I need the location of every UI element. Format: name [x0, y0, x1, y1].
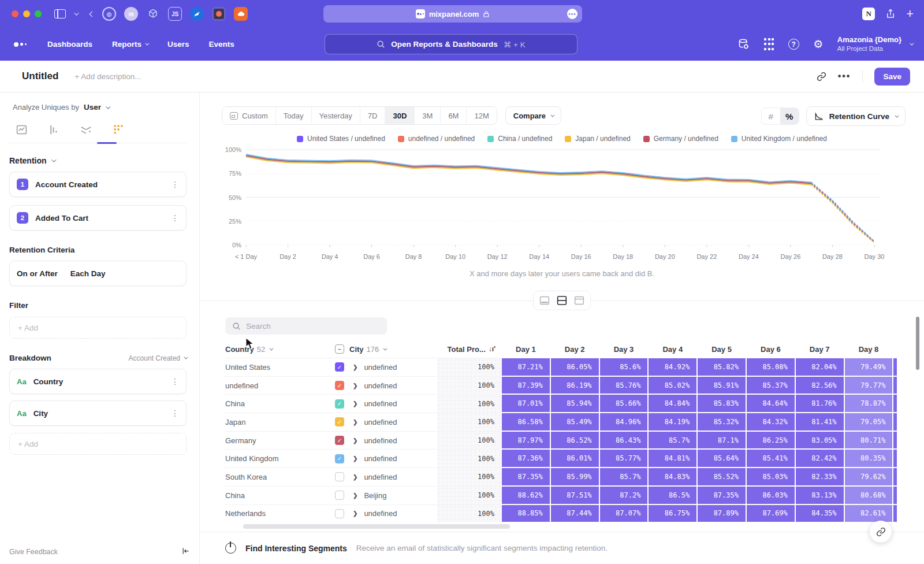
breakdown-options-icon[interactable]: ⋮: [171, 377, 179, 385]
country-cell[interactable]: United States: [225, 358, 335, 376]
view-split-toggle[interactable]: [555, 294, 569, 307]
back-icon[interactable]: [90, 11, 95, 17]
range-30d[interactable]: 30D: [385, 107, 415, 124]
country-cell[interactable]: China: [225, 394, 335, 413]
table-search-input[interactable]: Search: [225, 317, 387, 335]
series-checkbox-checked[interactable]: ✓: [335, 417, 344, 426]
city-cell[interactable]: undefined: [364, 509, 397, 518]
extension-icon-bird[interactable]: [190, 7, 204, 21]
global-search[interactable]: Open Reports & Dashboards ⌘ + K: [325, 34, 578, 54]
country-cell[interactable]: South Korea: [225, 467, 335, 486]
country-cell[interactable]: Germany: [225, 431, 335, 450]
range-7d[interactable]: 7D: [360, 107, 386, 124]
mixpanel-logo[interactable]: [14, 42, 27, 47]
city-select-all-checkbox[interactable]: –: [335, 344, 344, 354]
city-cell[interactable]: undefined: [364, 363, 397, 372]
extension-icon-js[interactable]: JS: [168, 7, 182, 21]
range-custom[interactable]: Custom: [222, 107, 276, 124]
legend-item[interactable]: undefined / undefined: [398, 135, 475, 143]
report-title[interactable]: Untitled: [22, 70, 58, 82]
city-cell[interactable]: undefined: [364, 473, 397, 481]
total-column-header[interactable]: Total Pro...↓ı': [437, 340, 501, 358]
criteria-each-day[interactable]: Each Day: [70, 269, 106, 278]
analyze-value[interactable]: User: [84, 103, 101, 112]
range-3m[interactable]: 3M: [415, 107, 441, 124]
criteria-card[interactable]: On or After Each Day: [9, 261, 187, 286]
event-options-icon[interactable]: ⋮: [171, 214, 179, 222]
legend-item[interactable]: China / undefined: [487, 135, 552, 143]
day-column-header[interactable]: Day 6: [746, 340, 795, 358]
retention-chart[interactable]: 100%75%50%25%0%< 1 DayDay 2Day 4Day 6Day…: [221, 145, 924, 266]
nav-users[interactable]: Users: [167, 40, 189, 49]
city-cell[interactable]: undefined: [364, 436, 397, 445]
project-selector[interactable]: Amazonia {Demo} All Project Data: [837, 35, 912, 53]
city-column-header[interactable]: – City176: [335, 340, 437, 358]
expand-row-icon[interactable]: ❯: [353, 383, 357, 389]
compare-button[interactable]: Compare: [505, 106, 561, 125]
help-icon[interactable]: ?: [788, 39, 799, 50]
extension-icon-m[interactable]: m: [124, 7, 138, 21]
series-checkbox-unchecked[interactable]: [335, 472, 344, 481]
legend-item[interactable]: Japan / undefined: [565, 135, 630, 143]
city-cell[interactable]: undefined: [364, 381, 397, 390]
day-column-header[interactable]: Day 3: [599, 340, 649, 358]
sort-descending-icon[interactable]: ↓ı': [489, 345, 495, 353]
share-link-floating-button[interactable]: [870, 521, 892, 543]
extension-icon-cloud[interactable]: [234, 7, 248, 21]
day-column-header[interactable]: Day 4: [648, 340, 697, 358]
nav-events[interactable]: Events: [209, 40, 234, 49]
event-options-icon[interactable]: ⋮: [171, 180, 179, 188]
tab-flows-icon[interactable]: [80, 123, 92, 136]
add-description[interactable]: + Add description...: [74, 72, 141, 81]
country-cell[interactable]: Netherlands: [225, 504, 335, 523]
more-options-icon[interactable]: •••: [838, 71, 851, 81]
event-card[interactable]: 2 Added To Cart ⋮: [9, 205, 187, 231]
range-12m[interactable]: 12M: [467, 107, 496, 124]
breakdown-card[interactable]: Aa Country ⋮: [9, 369, 187, 394]
find-segments-title[interactable]: Find Interesting Segments: [245, 544, 347, 553]
city-cell[interactable]: undefined: [364, 399, 397, 408]
tab-insights-icon[interactable]: [15, 123, 28, 136]
expand-row-icon[interactable]: ❯: [353, 474, 357, 480]
tab-funnels-icon[interactable]: [47, 123, 60, 136]
breakdown-property-name[interactable]: City: [33, 409, 49, 418]
extension-icon-ring[interactable]: ◎: [102, 7, 116, 21]
breakdown-card[interactable]: Aa City ⋮: [9, 400, 187, 426]
expand-row-icon[interactable]: ❯: [353, 437, 357, 444]
expand-row-icon[interactable]: ❯: [353, 510, 357, 517]
page-actions-icon[interactable]: •••: [567, 9, 578, 19]
close-window-button[interactable]: [12, 10, 18, 17]
series-checkbox-checked[interactable]: ✓: [335, 454, 344, 463]
give-feedback-link[interactable]: Give Feedback: [9, 548, 58, 556]
legend-item[interactable]: United States / undefined: [297, 135, 385, 143]
legend-item[interactable]: Germany / undefined: [643, 135, 718, 143]
event-card[interactable]: 1 Account Created ⋮: [9, 172, 187, 197]
city-cell[interactable]: Beijing: [364, 491, 386, 500]
retention-section-label[interactable]: Retention: [9, 156, 47, 165]
settings-gear-icon[interactable]: ⚙: [812, 38, 825, 51]
address-bar[interactable]: mixpanel.com •••: [323, 5, 582, 23]
series-checkbox-checked[interactable]: ✓: [335, 436, 344, 445]
country-cell[interactable]: undefined: [225, 376, 335, 395]
country-cell[interactable]: United Kingdom: [225, 449, 335, 467]
country-cell[interactable]: China: [225, 486, 335, 504]
day-column-header[interactable]: Day 2: [550, 340, 599, 358]
series-checkbox-checked[interactable]: ✓: [335, 399, 344, 409]
expand-row-icon[interactable]: ❯: [353, 455, 357, 462]
country-cell[interactable]: Japan: [225, 413, 335, 431]
breakdown-options-icon[interactable]: ⋮: [171, 409, 179, 417]
absolute-numbers-toggle[interactable]: #: [762, 108, 780, 124]
expand-row-icon[interactable]: ❯: [353, 400, 357, 407]
event-name[interactable]: Account Created: [35, 180, 98, 189]
zoom-window-button[interactable]: [35, 10, 42, 17]
share-icon[interactable]: [885, 9, 896, 19]
range-6m[interactable]: 6M: [441, 107, 467, 124]
city-cell[interactable]: undefined: [364, 418, 397, 426]
new-tab-icon[interactable]: +: [906, 8, 914, 20]
expand-row-icon[interactable]: ❯: [353, 492, 357, 499]
day-column-header[interactable]: Day 8: [844, 340, 893, 358]
save-button[interactable]: Save: [874, 68, 910, 86]
chart-type-button[interactable]: Retention Curve: [806, 106, 906, 126]
collapse-sidebar-icon[interactable]: [181, 547, 190, 558]
day-column-header[interactable]: Day 5: [697, 340, 746, 358]
